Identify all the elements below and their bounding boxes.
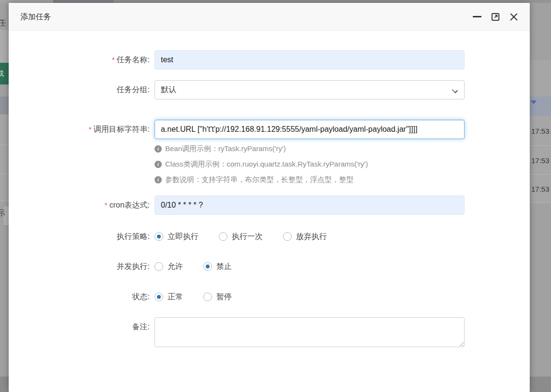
required-mark: *: [89, 125, 92, 133]
radio-icon[interactable]: [203, 293, 212, 301]
radio-icon[interactable]: [203, 262, 212, 271]
background-table-header: [0, 97, 9, 114]
cron-input[interactable]: [155, 196, 465, 215]
job-name-label: *任务名称:: [9, 50, 150, 70]
radio-option-pause[interactable]: 暂停: [203, 291, 232, 303]
background-green-button-partial: 生成: [0, 63, 9, 84]
tip-text: Bean调用示例：ryTask.ryParams('ry'): [165, 144, 286, 154]
background-search-area: [0, 30, 9, 63]
tip-params-note: 参数说明：支持字符串，布尔类型，长整型，浮点型，整型: [155, 175, 353, 184]
background-right-edge: 17:53 17:53 17:53: [530, 3, 551, 392]
time-cell: 17:53: [531, 184, 550, 193]
close-icon[interactable]: [509, 12, 519, 22]
info-icon: [155, 161, 162, 168]
status-label: 状态:: [9, 291, 150, 303]
form-row-job-name: *任务名称:: [9, 50, 530, 70]
required-mark: *: [112, 56, 115, 64]
job-group-label: 任务分组:: [9, 80, 150, 99]
background-tab-label-partial: 任: [0, 17, 6, 29]
radio-icon[interactable]: [155, 262, 163, 271]
table-row: 17:53: [530, 116, 551, 146]
tip-bean-example: Bean调用示例：ryTask.ryParams('ry'): [155, 144, 286, 154]
invoke-target-label: *调用目标字符串:: [9, 120, 150, 139]
background-footer-strip: [530, 377, 551, 392]
screen: 任 生成 示 17:53 17:53 17:53 添加任务: [0, 0, 551, 392]
background-search-area: [530, 60, 551, 97]
strategy-radio-group: 立即执行 执行一次 放弃执行: [155, 231, 347, 242]
job-name-input[interactable]: [155, 50, 465, 70]
radio-option-normal[interactable]: 正常: [155, 291, 183, 303]
table-row: 17:53: [530, 175, 551, 203]
concurrent-radio-group: 允许 禁止: [155, 261, 252, 272]
required-mark: *: [105, 201, 108, 209]
radio-option-once[interactable]: 执行一次: [219, 231, 263, 242]
remark-label: 备注:: [9, 317, 150, 336]
form-row-job-group: 任务分组: 默认: [9, 80, 530, 99]
radio-option-allow[interactable]: 允许: [155, 261, 183, 272]
invoke-target-input[interactable]: [155, 120, 465, 139]
minimize-icon[interactable]: [472, 12, 482, 22]
background-pagination-label-partial: 示: [0, 208, 5, 218]
row-divider: [0, 174, 9, 174]
dialog-header: 添加任务: [9, 3, 530, 31]
status-radio-group: 正常 暂停: [155, 291, 252, 303]
background-footer-strip: [0, 377, 9, 392]
form-row-invoke-target: *调用目标字符串:: [9, 120, 530, 139]
dialog-title: 添加任务: [20, 3, 51, 30]
tip-text: Class类调用示例：com.ruoyi.quartz.task.RyTask.…: [165, 159, 368, 169]
background-table-rows: [0, 114, 9, 201]
background-left-edge: 任 生成 示: [0, 3, 9, 392]
row-divider: [0, 201, 9, 201]
background-sorted-column-header: [530, 97, 551, 116]
radio-icon[interactable]: [155, 232, 163, 241]
form-row-strategy: 执行策略: 立即执行 执行一次 放弃执行: [9, 231, 530, 242]
info-icon: [155, 145, 162, 153]
tip-class-example: Class类调用示例：com.ruoyi.quartz.task.RyTask.…: [155, 159, 368, 169]
remark-textarea[interactable]: [155, 317, 465, 347]
info-icon: [155, 176, 162, 183]
strategy-label: 执行策略:: [9, 231, 150, 242]
job-group-selected-value: 默认: [161, 85, 176, 94]
form-row-status: 状态: 正常 暂停: [9, 291, 530, 303]
row-divider: [0, 145, 9, 145]
radio-icon[interactable]: [283, 232, 292, 241]
radio-option-abandon[interactable]: 放弃执行: [283, 231, 327, 242]
concurrent-label: 并发执行:: [9, 261, 150, 272]
cron-label: *cron表达式:: [9, 196, 150, 215]
form-row-concurrent: 并发执行: 允许 禁止: [9, 261, 530, 272]
radio-icon[interactable]: [155, 293, 163, 301]
table-row: 17:53: [530, 146, 551, 175]
job-group-select[interactable]: 默认: [155, 80, 465, 99]
radio-option-immediate[interactable]: 立即执行: [155, 231, 198, 242]
add-task-dialog: 添加任务 *任务名称: 任务分组:: [9, 3, 530, 392]
radio-option-forbid[interactable]: 禁止: [203, 261, 232, 272]
chevron-down-icon: [452, 87, 457, 92]
dialog-controls: [472, 3, 519, 30]
radio-icon[interactable]: [219, 232, 227, 241]
time-cell: 17:53: [531, 126, 550, 135]
maximize-icon[interactable]: [490, 12, 501, 22]
form-row-remark: 备注:: [9, 317, 530, 347]
sort-desc-icon: [531, 100, 537, 104]
tip-text: 参数说明：支持字符串，布尔类型，长整型，浮点型，整型: [165, 175, 353, 184]
time-cell: 17:53: [531, 156, 550, 164]
form-row-cron: *cron表达式:: [9, 196, 530, 215]
